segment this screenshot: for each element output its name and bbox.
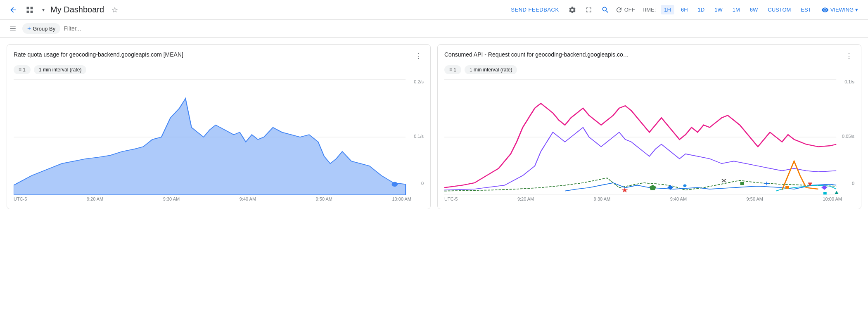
svg-point-3	[392, 182, 398, 187]
y-max-2: 0.1/s	[844, 79, 854, 84]
tag-interval-2[interactable]: 1 min interval (rate)	[465, 65, 517, 74]
settings-button[interactable]	[566, 4, 579, 16]
svg-text:◆: ◆	[821, 183, 828, 191]
svg-text:■: ■	[740, 180, 745, 187]
chart-svg-1	[14, 79, 424, 195]
svg-text:▼: ▼	[806, 180, 814, 188]
svg-text:■: ■	[823, 190, 827, 195]
top-navigation: ▾ My Dashboard ☆ SEND FEEDBACK OFF TIME:…	[0, 0, 868, 20]
card-tags-2: ≡ 1 1 min interval (rate)	[444, 65, 854, 74]
group-by-button[interactable]: + Group By	[22, 23, 60, 34]
filter-input[interactable]	[64, 25, 861, 32]
card-tags-1: ≡ 1 1 min interval (rate)	[14, 65, 424, 74]
time-custom-button[interactable]: CUSTOM	[764, 5, 794, 14]
svg-text:+: +	[764, 179, 770, 187]
time-1m-button[interactable]: 1M	[729, 5, 743, 14]
svg-text:●: ●	[683, 182, 687, 189]
send-feedback-button[interactable]: SEND FEEDBACK	[508, 5, 562, 14]
group-by-label: Group By	[33, 26, 55, 32]
time-1w-button[interactable]: 1W	[711, 5, 726, 14]
svg-text:✕: ✕	[721, 177, 727, 185]
timezone-button[interactable]: EST	[797, 5, 814, 14]
chart-card-2: Consumed API - Request count for geocodi…	[437, 44, 861, 209]
tag-filter-2[interactable]: ≡ 1	[444, 65, 461, 74]
back-button[interactable]	[7, 4, 20, 16]
grid-view-button[interactable]	[23, 4, 36, 16]
y-mid-1: 0.1/s	[414, 134, 424, 139]
chart-menu-button-1[interactable]: ⋮	[413, 51, 424, 60]
time-6h-button[interactable]: 6H	[678, 5, 691, 14]
tag-filter-1[interactable]: ≡ 1	[14, 65, 31, 74]
star-button[interactable]: ☆	[109, 4, 121, 16]
svg-text:◆: ◆	[667, 183, 674, 191]
y-mid-2: 0.05/s	[842, 134, 854, 139]
dropdown-button[interactable]: ▾	[40, 5, 47, 14]
svg-text:★: ★	[621, 186, 629, 194]
main-content: Rate quota usage for geocoding-backend.g…	[0, 38, 868, 216]
y-min-2: 0	[852, 181, 854, 186]
chart-area-2: 0.1/s 0.05/s 0	[444, 79, 854, 195]
time-label: TIME:	[642, 7, 656, 13]
chart-card-1: Rate quota usage for geocoding-backend.g…	[7, 44, 431, 209]
chart-menu-button-2[interactable]: ⋮	[844, 51, 854, 60]
fullscreen-button[interactable]	[582, 4, 595, 16]
filter-bar: + Group By	[0, 20, 868, 38]
chart-title-2: Consumed API - Request count for geocodi…	[444, 51, 629, 58]
viewing-button[interactable]: VIEWING ▾	[818, 5, 861, 15]
time-1d-button[interactable]: 1D	[695, 5, 708, 14]
page-title: My Dashboard	[50, 5, 104, 14]
time-6w-button[interactable]: 6W	[747, 5, 761, 14]
search-button[interactable]	[599, 4, 612, 16]
hamburger-button[interactable]	[7, 23, 19, 34]
x-labels-1: UTC-5 9:20 AM 9:30 AM 9:40 AM 9:50 AM 10…	[14, 197, 424, 201]
svg-text:⬟: ⬟	[650, 184, 657, 192]
y-max-1: 0.2/s	[414, 79, 424, 84]
svg-text:■: ■	[785, 184, 790, 190]
time-1h-button[interactable]: 1H	[661, 5, 674, 14]
y-min-1: 0	[421, 181, 424, 186]
chart-title-1: Rate quota usage for geocoding-backend.g…	[14, 51, 183, 58]
chart-svg-2: ★ ⬟ ◆ ● ✕ ■ + ■ ▼ ◆ ■	[444, 79, 854, 195]
tag-interval-1[interactable]: 1 min interval (rate)	[34, 65, 86, 74]
card-header-1: Rate quota usage for geocoding-backend.g…	[14, 51, 424, 60]
chart-area-1: 0.2/s 0.1/s 0	[14, 79, 424, 195]
svg-text:▲: ▲	[833, 189, 840, 195]
plus-icon: +	[27, 25, 31, 32]
refresh-badge: OFF	[615, 6, 635, 14]
card-header-2: Consumed API - Request count for geocodi…	[444, 51, 854, 60]
x-labels-2: UTC-5 9:20 AM 9:30 AM 9:40 AM 9:50 AM 10…	[444, 197, 854, 201]
